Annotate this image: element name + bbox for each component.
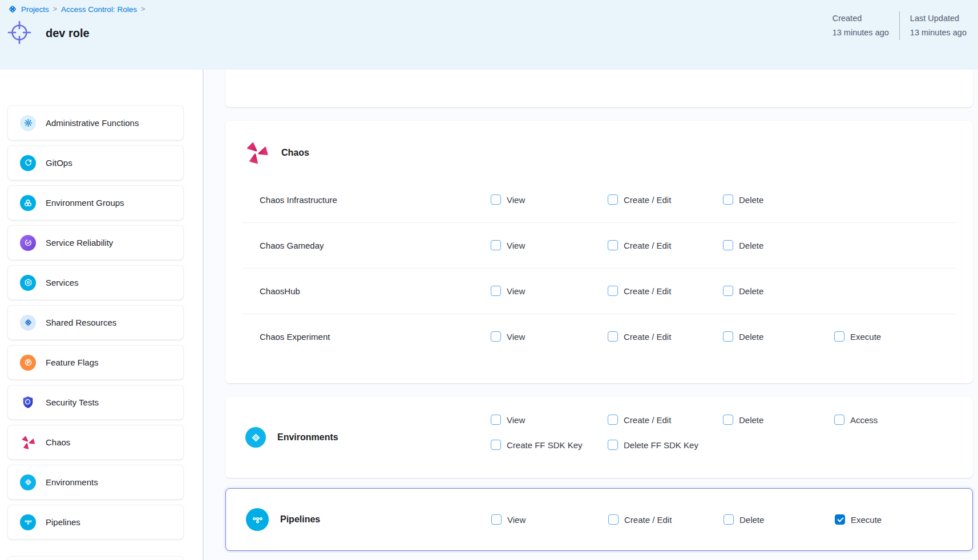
checkbox-box[interactable] <box>608 440 618 450</box>
service-reliability-icon <box>20 235 36 251</box>
create-edit-checkbox[interactable]: Create / Edit <box>608 240 671 250</box>
sidebar-item-environments[interactable]: Environments <box>7 465 184 500</box>
row-label: Chaos Infrastructure <box>260 195 337 205</box>
sidebar-item-label: Pipelines <box>46 517 80 527</box>
sidebar-item-gitops[interactable]: GitOps <box>7 145 184 180</box>
created-block: Created 13 minutes ago <box>832 11 900 40</box>
resource-sidebar: Administrative Functions GitOps Environm… <box>0 70 204 560</box>
view-checkbox[interactable]: View <box>491 415 525 425</box>
delete-checkbox[interactable]: Delete <box>723 415 763 425</box>
access-checkbox[interactable]: Access <box>834 415 878 425</box>
checkbox-box[interactable] <box>723 331 733 342</box>
checkbox-box[interactable] <box>835 514 845 525</box>
view-checkbox[interactable]: View <box>491 286 525 296</box>
chaos-section-icon <box>245 141 269 165</box>
view-checkbox[interactable]: View <box>491 514 526 525</box>
sidebar-item-feature-flags[interactable]: Feature Flags <box>7 345 184 380</box>
view-checkbox[interactable]: View <box>491 331 525 342</box>
checkbox-box[interactable] <box>491 286 501 296</box>
checkbox-box[interactable] <box>491 194 501 205</box>
breadcrumb-separator: > <box>53 5 57 13</box>
row-label: Chaos Experiment <box>260 332 330 342</box>
checkbox-box[interactable] <box>608 331 618 342</box>
checkbox-box[interactable] <box>491 240 501 250</box>
sidebar-item-label: Environments <box>46 477 98 487</box>
checkbox-box[interactable] <box>491 331 501 342</box>
checkbox-box[interactable] <box>723 240 733 250</box>
checkbox-box[interactable] <box>723 415 733 425</box>
checkbox-box[interactable] <box>491 440 501 450</box>
checkbox-box[interactable] <box>723 286 733 296</box>
checkbox-box[interactable] <box>723 194 733 205</box>
sidebar-item-label: Shared Resources <box>46 318 116 327</box>
sidebar-item-label: Security Tests <box>46 397 99 407</box>
sidebar-item-service-reliability[interactable]: Service Reliability <box>7 225 184 260</box>
permission-row-chaos-gameday: Chaos Gameday View Create / Edit Delete <box>225 222 973 268</box>
delete-checkbox[interactable]: Delete <box>723 240 763 250</box>
chaos-section-header: Chaos <box>245 138 309 168</box>
feature-flags-icon <box>20 355 36 371</box>
delete-checkbox[interactable]: Delete <box>723 286 763 296</box>
sidebar-item-security-tests[interactable]: Security Tests <box>7 385 184 420</box>
view-checkbox[interactable]: View <box>491 194 525 205</box>
row-label: ChaosHub <box>260 286 300 296</box>
create-edit-checkbox[interactable]: Create / Edit <box>608 514 672 525</box>
delete-ff-sdk-key-checkbox[interactable]: Delete FF SDK Key <box>608 440 698 450</box>
checkbox-box[interactable] <box>834 331 844 342</box>
chaos-permissions-card: Chaos Chaos Infrastructure View Create /… <box>225 121 973 383</box>
checkbox-box[interactable] <box>491 415 501 425</box>
permission-row-chaos-experiment: Chaos Experiment View Create / Edit Dele… <box>225 314 973 359</box>
create-edit-checkbox[interactable]: Create / Edit <box>608 331 671 342</box>
checkbox-box[interactable] <box>834 415 844 425</box>
environments-permissions-row-2: Create FF SDK Key Delete FF SDK Key <box>225 432 973 457</box>
view-checkbox[interactable]: View <box>491 240 525 250</box>
sidebar-item-label: Environment Groups <box>46 198 124 208</box>
page-title: dev role <box>46 27 90 40</box>
sidebar-item-partial[interactable] <box>7 556 184 560</box>
pipelines-permissions-row: View Create / Edit Delete Execute <box>226 489 972 550</box>
last-updated-block: Last Updated 13 minutes ago <box>900 11 967 40</box>
role-target-icon <box>6 19 33 46</box>
sidebar-item-services[interactable]: Services <box>7 265 184 300</box>
row-label: Chaos Gameday <box>260 241 324 250</box>
role-meta: Created 13 minutes ago Last Updated 13 m… <box>832 11 967 40</box>
sidebar-item-shared-resources[interactable]: Shared Resources <box>7 305 184 340</box>
last-updated-label: Last Updated <box>910 11 967 26</box>
created-value: 13 minutes ago <box>832 26 889 40</box>
sidebar-item-pipelines[interactable]: Pipelines <box>7 505 184 539</box>
create-edit-checkbox[interactable]: Create / Edit <box>608 194 671 205</box>
execute-checkbox[interactable]: Execute <box>835 514 882 525</box>
checkbox-box[interactable] <box>608 194 618 205</box>
sidebar-item-environment-groups[interactable]: Environment Groups <box>7 185 184 220</box>
delete-checkbox[interactable]: Delete <box>723 331 763 342</box>
sidebar-item-label: Chaos <box>46 437 70 447</box>
environments-permissions-card: Environments View Create / Edit Delete A… <box>225 397 973 478</box>
sidebar-item-label: Services <box>46 278 79 287</box>
checkbox-box[interactable] <box>608 514 619 525</box>
create-edit-checkbox[interactable]: Create / Edit <box>608 286 671 296</box>
delete-checkbox[interactable]: Delete <box>724 514 764 525</box>
environment-groups-icon <box>20 195 36 211</box>
chaos-pinwheel-icon <box>20 435 36 451</box>
checkbox-box[interactable] <box>491 514 502 525</box>
sidebar-item-label: Feature Flags <box>46 358 99 367</box>
previous-section-card-partial <box>225 70 973 107</box>
delete-checkbox[interactable]: Delete <box>723 194 763 205</box>
checkbox-box[interactable] <box>608 240 618 250</box>
execute-checkbox[interactable]: Execute <box>834 331 881 342</box>
gitops-icon <box>20 155 36 171</box>
sidebar-item-chaos[interactable]: Chaos <box>7 425 184 460</box>
created-label: Created <box>832 11 889 26</box>
sidebar-item-administrative-functions[interactable]: Administrative Functions <box>7 105 184 140</box>
last-updated-value: 13 minutes ago <box>910 26 967 40</box>
checkbox-box[interactable] <box>608 286 618 296</box>
create-ff-sdk-key-checkbox[interactable]: Create FF SDK Key <box>491 440 583 450</box>
checkbox-box[interactable] <box>724 514 734 525</box>
gear-icon <box>20 115 36 131</box>
checkbox-box[interactable] <box>608 415 618 425</box>
breadcrumb-access-control-roles[interactable]: Access Control: Roles <box>61 5 137 14</box>
create-edit-checkbox[interactable]: Create / Edit <box>608 415 671 425</box>
pipelines-permissions-card: Pipelines View Create / Edit Delete Exec… <box>225 488 973 551</box>
breadcrumb-projects[interactable]: Projects <box>21 5 49 14</box>
chaos-permission-rows: Chaos Infrastructure View Create / Edit … <box>225 177 973 359</box>
